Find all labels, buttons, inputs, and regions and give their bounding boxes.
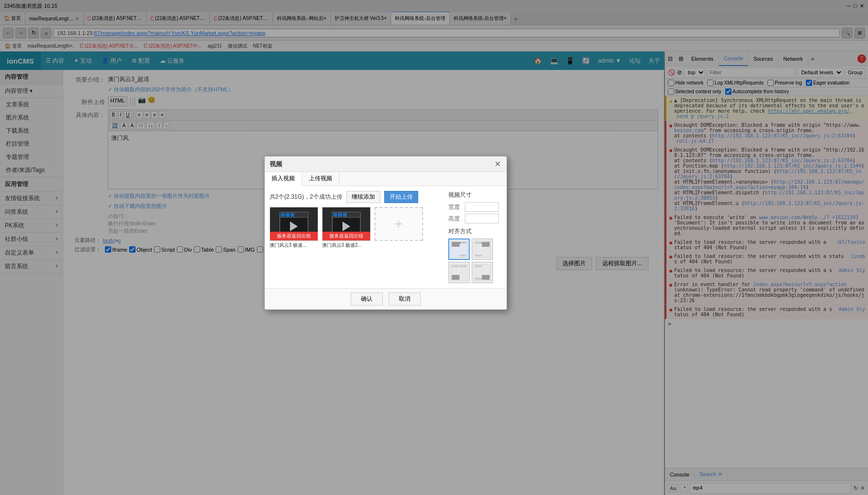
width-row: 宽度 [448,202,502,212]
video-width-input[interactable] [465,202,499,212]
video-height-input[interactable] [465,214,499,223]
align-option-topleft[interactable] [448,239,470,260]
upload-error-2: 服务器返回出错 [323,232,370,240]
upload-thumb-2: 服务器返回出错 [322,207,371,241]
modal-tab-upload[interactable]: 上传视频 [302,172,340,186]
align-option-bottomright[interactable] [472,262,493,283]
align-label: 对齐方式 [448,227,502,236]
modal-title: 视频 [270,160,282,169]
upload-items-grid: 服务器返回出错 澳门风云3 极速... [270,207,443,256]
modal-cancel-btn[interactable]: 取消 [389,292,421,306]
add-icon: + [394,216,402,232]
height-label: 高度 [448,215,463,223]
align-option-bottomleft[interactable] [448,262,470,283]
align-options-grid [448,239,502,283]
modal-overlay: 视频 ✕ 插入视频 上传视频 共2个(2.31G)，2个成功上传 继续添加 开始… [0,0,868,495]
modal-upload-section: 共2个(2.31G)，2个成功上传 继续添加 开始上传 [270,191,443,283]
upload-filename-1: 澳门风云3 极速... [270,242,318,249]
upload-status-text: 共2个(2.31G)，2个成功上传 [270,193,342,201]
modal-header: 视频 ✕ [265,156,507,172]
height-row: 高度 [448,214,502,223]
upload-status-bar: 共2个(2.31G)，2个成功上传 继续添加 开始上传 [270,191,443,203]
modal-tab-insert[interactable]: 插入视频 [265,172,302,186]
video-modal: 视频 ✕ 插入视频 上传视频 共2个(2.31G)，2个成功上传 继续添加 开始… [264,156,507,310]
video-size-label: 视频尺寸 [448,191,502,199]
upload-item-2: 服务器返回出错 澳门风云3 极速2... [322,207,371,256]
modal-close-btn[interactable]: ✕ [494,159,502,169]
modal-tabs: 插入视频 上传视频 [265,172,507,186]
upload-thumb-1: 服务器返回出错 [270,207,318,241]
modal-confirm-btn[interactable]: 确认 [351,292,383,306]
width-label: 宽度 [448,203,463,211]
align-option-topright[interactable] [472,239,493,260]
upload-item-1: 服务器返回出错 澳门风云3 极速... [270,207,318,256]
upload-filename-2: 澳门风云3 极速2... [322,242,371,249]
video-settings-panel: 视频尺寸 宽度 高度 对齐方式 [448,191,502,283]
modal-footer: 确认 取消 [265,288,507,309]
modal-body: 共2个(2.31G)，2个成功上传 继续添加 开始上传 [265,186,507,288]
upload-error-1: 服务器返回出错 [270,232,318,240]
start-upload-btn[interactable]: 开始上传 [384,191,418,203]
upload-add-btn[interactable]: + [374,207,423,241]
continue-add-btn[interactable]: 继续添加 [346,191,380,203]
